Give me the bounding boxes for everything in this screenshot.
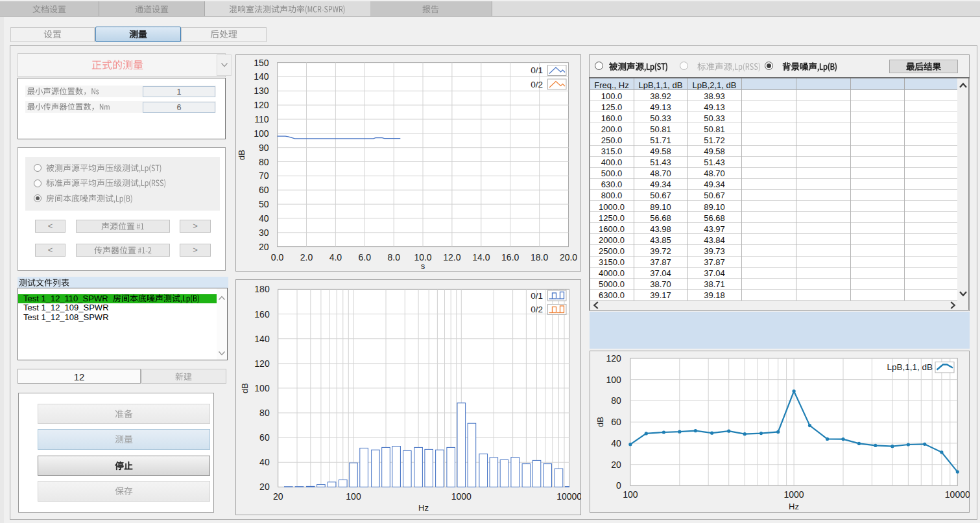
svg-text:0/1: 0/1 (531, 65, 543, 75)
svg-text:10000: 10000 (945, 489, 970, 500)
svg-text:4.0: 4.0 (329, 252, 342, 262)
svg-text:dB: dB (237, 150, 246, 160)
svg-text:s: s (421, 261, 425, 271)
svg-text:10000: 10000 (556, 491, 581, 502)
svg-text:110: 110 (254, 114, 269, 124)
svg-text:60: 60 (611, 417, 621, 427)
svg-text:12.0: 12.0 (443, 252, 460, 262)
svg-text:dB: dB (240, 383, 250, 393)
svg-text:140: 140 (254, 334, 270, 344)
svg-text:20: 20 (259, 242, 269, 252)
svg-text:8.0: 8.0 (387, 252, 400, 262)
svg-text:60: 60 (259, 432, 270, 443)
svg-text:100: 100 (346, 491, 361, 502)
svg-text:40: 40 (611, 438, 621, 448)
svg-text:160: 160 (254, 309, 270, 320)
svg-text:40: 40 (259, 213, 269, 224)
svg-text:80: 80 (259, 157, 269, 167)
svg-text:20: 20 (259, 482, 270, 492)
svg-text:60: 60 (259, 185, 269, 195)
svg-text:0/2: 0/2 (531, 305, 543, 314)
svg-text:18.0: 18.0 (531, 252, 548, 262)
svg-text:80: 80 (611, 395, 621, 406)
svg-text:50: 50 (259, 199, 269, 209)
svg-text:Hz: Hz (789, 502, 799, 511)
svg-text:0/1: 0/1 (531, 291, 543, 301)
svg-text:180: 180 (254, 284, 270, 294)
svg-text:LpB,1,1, dB: LpB,1,1, dB (887, 362, 933, 372)
svg-text:20.0: 20.0 (560, 252, 577, 262)
svg-text:14.0: 14.0 (472, 252, 490, 262)
svg-text:70: 70 (259, 170, 269, 181)
svg-text:0.0: 0.0 (271, 252, 284, 262)
svg-text:2.0: 2.0 (300, 252, 313, 262)
svg-text:100: 100 (623, 489, 638, 500)
svg-text:40: 40 (259, 457, 270, 467)
svg-text:120: 120 (254, 358, 270, 369)
svg-text:30: 30 (259, 227, 269, 238)
svg-text:130: 130 (254, 86, 269, 96)
svg-text:100: 100 (254, 128, 269, 139)
svg-text:6.0: 6.0 (359, 252, 372, 262)
svg-text:0: 0 (616, 480, 621, 491)
svg-text:1000: 1000 (784, 489, 804, 500)
svg-text:20: 20 (611, 459, 621, 470)
svg-text:120: 120 (606, 353, 622, 364)
svg-text:1000: 1000 (451, 491, 472, 502)
svg-text:0/2: 0/2 (531, 80, 543, 89)
svg-text:dB: dB (595, 417, 605, 427)
svg-text:140: 140 (254, 71, 269, 82)
svg-text:20: 20 (273, 491, 283, 502)
svg-text:16.0: 16.0 (501, 252, 519, 262)
svg-text:100: 100 (606, 375, 622, 385)
svg-text:150: 150 (254, 58, 269, 68)
svg-text:90: 90 (259, 143, 269, 153)
svg-text:80: 80 (259, 408, 270, 418)
svg-text:120: 120 (254, 100, 269, 110)
svg-text:Hz: Hz (418, 503, 429, 513)
svg-text:100: 100 (254, 383, 270, 393)
